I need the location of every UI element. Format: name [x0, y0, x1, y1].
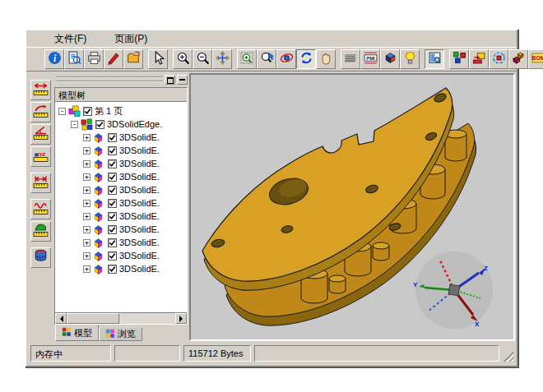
tree-expander[interactable]: +: [83, 226, 90, 233]
tree-expander[interactable]: +: [83, 252, 90, 260]
rotate-part-button[interactable]: [489, 49, 508, 69]
tree-item-part[interactable]: +3DSolidE.: [55, 170, 187, 183]
view-cube-button[interactable]: [380, 49, 400, 69]
tree-item-part[interactable]: +3DSolidE.: [55, 262, 187, 275]
tree-expander[interactable]: +: [83, 134, 90, 141]
measure-area-button[interactable]: [30, 221, 51, 242]
m-angle-icon: [33, 125, 49, 144]
tree-item-part[interactable]: +3DSolidE.: [55, 144, 187, 157]
page-icon: [68, 105, 81, 118]
scroll-thumb[interactable]: [67, 313, 119, 324]
tree-item-page[interactable]: -第 1 页: [55, 104, 187, 118]
refresh-icon: [299, 51, 313, 68]
measure-angle-button[interactable]: [30, 124, 51, 145]
tree-item-part[interactable]: +3DSolidE.: [55, 223, 187, 236]
tree-item-part[interactable]: +3DSolidE.: [55, 249, 187, 262]
bom-button[interactable]: BOM: [528, 49, 543, 69]
tree-checkbox[interactable]: [108, 159, 117, 168]
print-button[interactable]: [84, 49, 104, 69]
tree-item-part[interactable]: +3DSolidE.: [55, 196, 187, 210]
panel-hide-button[interactable]: [177, 75, 188, 85]
zoom-dynamic-button[interactable]: [257, 49, 276, 69]
pan-icon: [216, 51, 230, 68]
m-area-icon: [33, 222, 49, 241]
measure-width-button[interactable]: [30, 80, 51, 100]
tree-item-assembly[interactable]: -3DSolidEdge.: [55, 118, 187, 131]
axis-gizmo[interactable]: Z X Y: [413, 251, 493, 329]
tree-item-part[interactable]: +3DSolidE.: [55, 183, 187, 196]
tree-expander[interactable]: +: [83, 173, 90, 181]
move-part-button[interactable]: [469, 49, 489, 69]
measure-curve-button[interactable]: [30, 102, 51, 122]
hand-button[interactable]: [316, 49, 336, 69]
browser-button[interactable]: [425, 49, 444, 69]
tree-expander[interactable]: -: [71, 121, 78, 128]
assembly-tree-button[interactable]: [449, 49, 469, 69]
tree-checkbox[interactable]: [108, 199, 117, 208]
tree-checkbox[interactable]: [95, 120, 104, 129]
part-icon: [93, 184, 105, 196]
measure-gap-button[interactable]: [30, 173, 51, 193]
status-bar: 内存中115712 Bytes: [28, 343, 515, 364]
refresh-button[interactable]: [296, 49, 316, 69]
pan-button[interactable]: [212, 49, 232, 69]
zoom-out-button[interactable]: [193, 49, 212, 69]
layers-button[interactable]: [341, 49, 360, 69]
tree-horizontal-scrollbar[interactable]: [55, 312, 187, 324]
tree-item-part[interactable]: +3DSolidE.: [55, 236, 187, 249]
markup-button[interactable]: [104, 49, 123, 69]
tree-expander[interactable]: +: [83, 200, 90, 207]
measure-coordinate-button[interactable]: xyz: [30, 146, 51, 167]
tree-checkbox[interactable]: [108, 212, 117, 221]
tree-checkbox[interactable]: [108, 251, 117, 261]
tree-expander[interactable]: +: [83, 187, 90, 194]
select-button[interactable]: [148, 49, 168, 69]
scroll-left-button[interactable]: [55, 313, 67, 324]
tab-browse[interactable]: 浏览: [99, 327, 142, 341]
tree-checkbox[interactable]: [108, 186, 117, 195]
export-button[interactable]: [123, 49, 143, 69]
tree-checkbox[interactable]: [108, 238, 117, 247]
tree-item-label: 第 1 页: [95, 105, 123, 118]
tree-expander[interactable]: +: [83, 160, 90, 168]
menu-file[interactable]: 文件(F): [51, 31, 90, 47]
measure-volume-button[interactable]: [30, 247, 51, 268]
tree-item-part[interactable]: +3DSolidE.: [55, 131, 187, 144]
info-button[interactable]: i: [44, 49, 64, 69]
pmi-button[interactable]: PMI: [360, 49, 380, 69]
scroll-right-button[interactable]: [175, 313, 187, 324]
menu-page[interactable]: 页面(P): [111, 31, 151, 47]
zoom-in-button[interactable]: [173, 49, 193, 69]
tree-item-part[interactable]: +3DSolidE.: [55, 210, 187, 223]
part-icon: [93, 263, 105, 275]
panel-gripper[interactable]: [56, 76, 163, 83]
tree-checkbox[interactable]: [108, 265, 117, 274]
markup-icon: [107, 51, 121, 68]
zoom-window-button[interactable]: [237, 49, 257, 69]
tree-checkbox[interactable]: [108, 225, 117, 234]
scroll-track[interactable]: [119, 313, 175, 324]
measure-wave-button[interactable]: [30, 199, 51, 219]
print-preview-button[interactable]: [64, 49, 84, 69]
tree-checkbox[interactable]: [108, 146, 117, 155]
tree-checkbox[interactable]: [83, 107, 92, 116]
toolbar-group-6: [425, 49, 444, 69]
bom-icon: BOM: [531, 51, 543, 68]
panel-restore-button[interactable]: [165, 75, 175, 85]
light-button[interactable]: [400, 49, 420, 69]
tree-checkbox[interactable]: [108, 133, 117, 142]
tree-expander[interactable]: +: [83, 147, 90, 154]
viewport-3d[interactable]: Z X Y: [189, 73, 515, 341]
resize-grip[interactable]: [503, 351, 513, 362]
tree-checkbox[interactable]: [108, 173, 117, 182]
explode-button[interactable]: [508, 49, 528, 69]
tab-model[interactable]: 模型: [55, 325, 99, 341]
orbit-button[interactable]: [276, 49, 296, 69]
tree-expander[interactable]: +: [83, 213, 90, 220]
tree-expander[interactable]: +: [83, 239, 90, 247]
tree-body: -第 1 页-3DSolidEdge.+3DSolidE.+3DSolidE.+…: [55, 102, 187, 312]
tree-expander[interactable]: +: [83, 265, 90, 273]
m-gap-icon: [33, 173, 49, 192]
tree-expander[interactable]: -: [58, 108, 66, 115]
tree-item-part[interactable]: +3DSolidE.: [55, 157, 187, 170]
